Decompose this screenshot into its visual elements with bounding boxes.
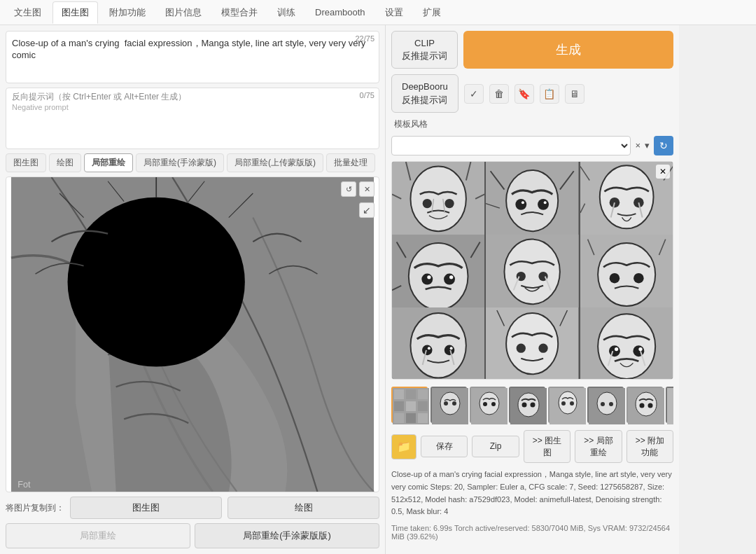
- svg-point-42: [598, 314, 655, 379]
- svg-point-66: [518, 393, 539, 417]
- tab-img2img[interactable]: 图生图: [52, 1, 98, 24]
- copy-row: 将图片复制到： 图生图 绘图: [6, 497, 379, 519]
- send-inpaint-btn[interactable]: >> 局部重绘: [575, 430, 622, 464]
- svg-point-44: [633, 345, 644, 356]
- svg-rect-52: [406, 401, 416, 411]
- svg-rect-49: [406, 389, 416, 399]
- style-select[interactable]: [391, 136, 631, 155]
- bookmark-icon[interactable]: 🔖: [514, 84, 534, 104]
- svg-point-72: [570, 401, 574, 406]
- svg-point-39: [517, 343, 526, 352]
- tab-inpaint[interactable]: 局部重绘: [84, 153, 133, 172]
- thumb-3[interactable]: [470, 387, 506, 423]
- canvas-close-btn[interactable]: ✕: [359, 181, 374, 197]
- svg-point-46: [638, 347, 642, 351]
- gen-area: CLIP反推提示词 生成: [391, 31, 673, 69]
- svg-point-30: [634, 273, 644, 284]
- tab-inpaint-upload[interactable]: 局部重绘(上传蒙版版): [227, 153, 323, 172]
- zip-btn[interactable]: Zip: [472, 436, 519, 457]
- svg-point-36: [450, 347, 453, 349]
- style-x-btn[interactable]: ×: [635, 140, 640, 151]
- monitor-icon[interactable]: 🖥: [565, 84, 584, 104]
- style-dropdown-btn[interactable]: ▾: [645, 140, 650, 151]
- tab-inpaint-sketch[interactable]: 局部重绘(手涂蒙版): [136, 153, 224, 172]
- thumb-7[interactable]: [626, 387, 663, 423]
- tab-extras[interactable]: 附加功能: [101, 2, 154, 23]
- clip-btn[interactable]: CLIP反推提示词: [391, 31, 458, 69]
- tab-sketch[interactable]: 绘图: [49, 153, 81, 172]
- thumb-1[interactable]: [391, 387, 428, 423]
- tab-settings[interactable]: 设置: [377, 2, 412, 23]
- svg-point-60: [452, 401, 456, 406]
- inpaint-image: Fot: [6, 177, 379, 492]
- svg-point-12: [544, 201, 547, 204]
- svg-point-1: [68, 198, 245, 367]
- tab-img2img-sub[interactable]: 图生图: [6, 153, 46, 172]
- deepbooru-btn[interactable]: DeepBooru反推提示词: [391, 74, 458, 112]
- generate-btn[interactable]: 生成: [463, 31, 673, 69]
- tab-train[interactable]: 训练: [269, 2, 304, 23]
- negative-prompt-input[interactable]: [6, 114, 379, 146]
- svg-rect-51: [394, 401, 404, 411]
- svg-point-5: [423, 199, 432, 208]
- clip-label: CLIP反推提示词: [402, 38, 447, 61]
- svg-text:Fot: Fot: [18, 480, 31, 490]
- thumb-6[interactable]: [587, 387, 624, 423]
- send-extras-btn[interactable]: >> 附加功能: [626, 430, 673, 464]
- send-extras-label: >> 附加功能: [636, 436, 664, 457]
- svg-point-28: [598, 243, 655, 306]
- thumb-4[interactable]: [509, 387, 545, 423]
- svg-point-8: [506, 170, 558, 231]
- inpaint-canvas[interactable]: ↺ ✕ ↙: [6, 176, 379, 492]
- inpaint-sketch-btn[interactable]: 局部重绘(手涂蒙版版): [195, 523, 379, 548]
- thumb-5[interactable]: [548, 387, 584, 423]
- trash-icon[interactable]: 🗑: [489, 84, 509, 104]
- tab-extensions[interactable]: 扩展: [414, 2, 449, 23]
- inpaint-btn[interactable]: 局部重绘: [6, 523, 190, 548]
- canvas-reset-btn[interactable]: ↺: [341, 181, 356, 197]
- output-prompt: Close-up of a man's crying facial expres…: [391, 469, 673, 518]
- tab-txt2img[interactable]: 文生图: [6, 2, 50, 23]
- tab-dreambooth[interactable]: Dreambooth: [307, 3, 374, 22]
- canvas-controls: ↺ ✕: [341, 181, 374, 197]
- tab-merge[interactable]: 模型合并: [213, 2, 266, 23]
- copy-to-sketch-btn[interactable]: 绘图: [227, 497, 379, 519]
- folder-btn[interactable]: 📁: [391, 434, 416, 459]
- svg-point-20: [444, 273, 455, 284]
- svg-point-62: [479, 392, 499, 415]
- output-actions: 📁 保存 Zip >> 图生图 >> 局部重绘 >> 附加功能: [391, 430, 673, 464]
- svg-point-79: [640, 403, 645, 408]
- top-navigation: 文生图 图生图 附加功能 图片信息 模型合并 训练 Dreambooth 设置 …: [0, 0, 756, 25]
- prompt-input[interactable]: Close-up of a man's crying facial expres…: [6, 32, 379, 81]
- svg-point-10: [538, 199, 549, 210]
- style-refresh-btn[interactable]: ↻: [654, 136, 673, 155]
- folder-icon: 📁: [397, 440, 411, 453]
- svg-point-11: [522, 201, 524, 204]
- svg-point-33: [422, 345, 433, 355]
- left-panel: 22/75 Close-up of a man's crying facial …: [0, 25, 385, 554]
- deepbooru-label: DeepBooru反推提示词: [402, 81, 448, 104]
- copy-to-img2img-btn[interactable]: 图生图: [70, 497, 222, 519]
- sub-tabs: 图生图 绘图 局部重绘 局部重绘(手涂蒙版) 局部重绘(上传蒙版版) 批量处理: [6, 153, 379, 172]
- copy-icon[interactable]: 📋: [540, 84, 559, 104]
- save-btn[interactable]: 保存: [421, 436, 468, 457]
- thumb-2[interactable]: [430, 387, 467, 423]
- check-icon[interactable]: ✓: [464, 84, 484, 104]
- svg-point-4: [410, 166, 465, 231]
- tab-batch[interactable]: 批量处理: [326, 153, 375, 172]
- send-img2img-label: >> 图生图: [533, 436, 561, 457]
- canvas-arrow-btn[interactable]: ↙: [359, 202, 374, 218]
- svg-rect-50: [418, 389, 428, 399]
- tab-png-info[interactable]: 图片信息: [157, 2, 210, 23]
- main-container: 22/75 Close-up of a man's crying facial …: [0, 25, 756, 554]
- deepbooru-row: DeepBooru反推提示词 ✓ 🗑 🔖 📋 🖥: [391, 74, 673, 112]
- manga-cell-8: [486, 307, 578, 380]
- svg-point-35: [428, 347, 430, 349]
- output-close-btn[interactable]: ✕: [656, 165, 670, 179]
- manga-cell-7: [392, 307, 484, 380]
- send-img2img-btn[interactable]: >> 图生图: [524, 430, 570, 464]
- svg-point-58: [440, 392, 460, 415]
- thumb-8[interactable]: [666, 387, 673, 423]
- svg-point-32: [410, 313, 465, 378]
- svg-rect-54: [394, 413, 404, 423]
